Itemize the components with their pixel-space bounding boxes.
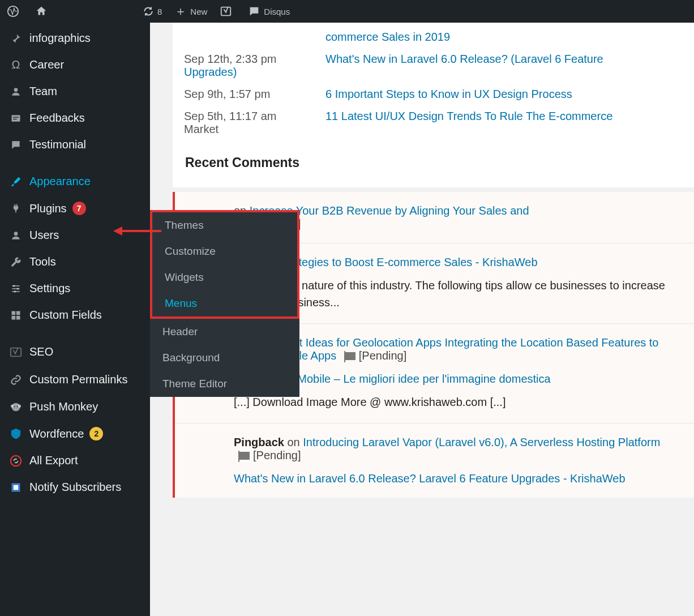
sidebar-item-wordfence[interactable]: Wordfence 2	[0, 420, 150, 447]
sidebar-item-plugins[interactable]: Plugins 7	[0, 195, 150, 222]
sidebar-item-label: Feedbacks	[29, 112, 85, 125]
post-link[interactable]: 6 Important Steps to Know in UX Design P…	[325, 88, 572, 100]
grid-icon	[8, 310, 24, 321]
sidebar-item-users[interactable]: Users	[0, 222, 150, 249]
submenu-item-background[interactable]: Background	[150, 345, 299, 371]
admin-topbar: 8 ＋ New Disqus	[0, 0, 694, 23]
submenu-item-customize[interactable]: Customize	[152, 238, 297, 264]
flag-icon	[345, 352, 355, 360]
sidebar-item-testimonial[interactable]: Testimonial	[0, 131, 150, 158]
sidebar-item-seo[interactable]: SEO	[0, 339, 150, 365]
comment-prefix: Pingback	[234, 436, 284, 448]
sidebar-item-settings[interactable]: Settings	[0, 275, 150, 302]
wordfence-icon	[8, 427, 24, 440]
post-row: Sep 9th, 1:57 pm 6 Important Steps to Kn…	[184, 83, 683, 105]
svg-point-20	[11, 404, 14, 408]
sidebar-item-team[interactable]: Team	[0, 78, 150, 105]
sidebar-item-feedbacks[interactable]: Feedbacks	[0, 105, 150, 131]
comment-pending: [Pending]	[359, 349, 407, 362]
comment-sub-link[interactable]: What's New in Laravel 6.0 Release? Larav…	[234, 472, 677, 485]
svg-rect-6	[15, 210, 16, 213]
refresh-count[interactable]: 8	[143, 6, 162, 17]
post-link[interactable]: What's New in Laravel 6.0 Release? (Lara…	[325, 53, 603, 65]
post-date: Sep 9th, 1:57 pm	[184, 88, 325, 101]
users-icon	[8, 86, 24, 97]
sidebar-item-label: Appearance	[29, 175, 91, 188]
sidebar-item-label: Settings	[29, 282, 70, 295]
svg-point-13	[14, 290, 16, 292]
comment-body: the changing nature of this industry. Th…	[234, 277, 677, 311]
sidebar-item-label: Wordfence	[29, 427, 84, 440]
notify-icon	[8, 482, 24, 493]
svg-rect-3	[12, 115, 20, 122]
sidebar-item-career[interactable]: Ω Career	[0, 52, 150, 78]
submenu-item-themes[interactable]: Themes	[152, 212, 297, 238]
wordfence-badge: 2	[89, 427, 103, 440]
sliders-icon	[8, 283, 24, 294]
sidebar-item-label: All Export	[29, 454, 78, 467]
sidebar-item-label: Tools	[29, 255, 56, 268]
post-link[interactable]: commerce Sales in 2019	[325, 31, 450, 43]
sidebar-item-push-monkey[interactable]: Push Monkey	[0, 393, 150, 420]
refresh-count-value: 8	[157, 7, 162, 16]
testimonial-icon	[8, 139, 24, 151]
sidebar-item-label: Users	[29, 229, 59, 242]
submenu-item-header[interactable]: Header	[150, 319, 299, 345]
sidebar-item-label: Career	[29, 58, 64, 71]
omega-icon: Ω	[8, 58, 24, 71]
sidebar-item-label: Team	[29, 85, 57, 98]
appearance-submenu: Themes Customize Widgets Menus Header Ba…	[150, 210, 299, 397]
sidebar-item-custom-fields[interactable]: Custom Fields	[0, 302, 150, 328]
post-link-wrap: Market	[184, 123, 219, 135]
svg-point-7	[14, 232, 18, 236]
comment-body: [...] Download Image More @ www.krishawe…	[234, 393, 677, 410]
svg-point-23	[17, 405, 18, 407]
comment-on-text: on	[284, 436, 303, 448]
wordpress-logo[interactable]	[7, 5, 23, 18]
post-row: commerce Sales in 2019	[184, 26, 683, 48]
sidebar-item-infographics[interactable]: infographics	[0, 25, 150, 52]
svg-point-12	[17, 288, 19, 289]
svg-rect-5	[13, 118, 17, 119]
pin-icon	[8, 33, 24, 44]
sidebar-item-label: infographics	[29, 32, 91, 45]
post-link-wrap[interactable]: Upgrades)	[184, 66, 237, 78]
home-icon[interactable]	[35, 5, 51, 18]
disqus-button[interactable]: Disqus	[248, 5, 290, 18]
sidebar-item-label: Testimonial	[29, 138, 86, 151]
sidebar-item-label: Custom Fields	[29, 309, 102, 322]
svg-point-11	[13, 285, 15, 286]
submenu-item-widgets[interactable]: Widgets	[152, 264, 297, 290]
brush-icon	[8, 176, 24, 187]
svg-point-21	[18, 404, 21, 408]
svg-rect-26	[14, 485, 18, 489]
sidebar-item-label: Custom Permalinks	[29, 372, 127, 387]
svg-rect-16	[12, 315, 16, 319]
admin-sidebar: infographics Ω Career Team Feedbacks Tes…	[0, 23, 150, 616]
sidebar-item-custom-permalinks[interactable]: Custom Permalinks	[0, 365, 150, 393]
sidebar-item-label: Plugins	[29, 202, 67, 215]
sidebar-item-tools[interactable]: Tools	[0, 249, 150, 275]
comment-item: Pingback on Introducing Laravel Vapor (L…	[175, 423, 694, 498]
sidebar-item-all-export[interactable]: All Export	[0, 447, 150, 474]
post-row: Sep 5th, 11:17 amMarket 11 Latest UI/UX …	[184, 105, 683, 140]
post-link[interactable]: 11 Latest UI/UX Design Trends To Rule Th…	[325, 110, 612, 122]
sidebar-item-notify-subscribers[interactable]: Notify Subscribers	[0, 474, 150, 500]
svg-point-24	[11, 455, 21, 465]
plugin-icon	[8, 203, 24, 214]
svg-rect-15	[16, 311, 20, 315]
svg-rect-4	[13, 117, 19, 117]
svg-rect-17	[16, 315, 20, 319]
submenu-item-menus[interactable]: Menus	[152, 290, 297, 316]
new-button[interactable]: ＋ New	[174, 5, 207, 18]
submenu-item-theme-editor[interactable]: Theme Editor	[150, 371, 299, 397]
sidebar-item-appearance[interactable]: Appearance	[0, 168, 150, 195]
post-date: Sep 12th, 2:33 pm	[184, 53, 276, 65]
comment-sub-link[interactable]: Geolocation Mobile – Le migliori idee pe…	[234, 373, 677, 386]
comment-post-link[interactable]: Introducing Laravel Vapor (Laravel v6.0)…	[303, 436, 660, 448]
yoast-icon[interactable]	[220, 5, 235, 18]
comment-pending: [Pending]	[253, 449, 301, 461]
sidebar-item-label: Push Monkey	[29, 400, 98, 413]
sidebar-item-label: Notify Subscribers	[29, 481, 121, 494]
post-date: Sep 5th, 11:17 am	[184, 110, 276, 122]
